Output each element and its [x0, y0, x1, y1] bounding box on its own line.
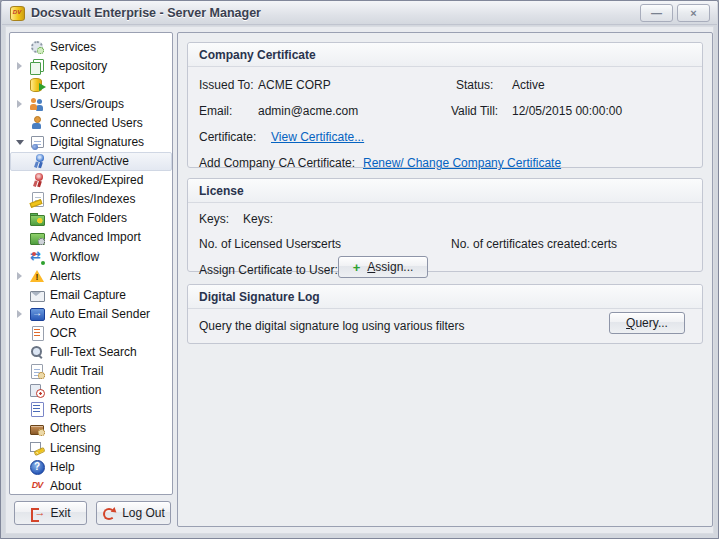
services-icon — [29, 39, 45, 55]
expander-none — [15, 481, 25, 491]
issued-to-label: Issued To: — [199, 78, 258, 92]
expander-collapsed-icon[interactable] — [15, 99, 25, 109]
digital-signature-log-panel: Digital Signature Log Query the digital … — [187, 284, 703, 344]
ribbon-red-icon — [31, 172, 47, 188]
sidebar-item-profiles-indexes[interactable]: Profiles/Indexes — [10, 190, 172, 209]
licensing-icon — [29, 440, 45, 456]
status-value: Active — [512, 78, 545, 92]
sidebar-item-alerts[interactable]: Alerts — [10, 266, 172, 285]
workflow-icon — [29, 249, 45, 265]
sidebar-item-licensing[interactable]: Licensing — [10, 438, 172, 457]
expander-collapsed-icon[interactable] — [15, 271, 25, 281]
sidebar-item-repository[interactable]: Repository — [10, 56, 172, 75]
renew-change-certificate-link[interactable]: Renew/ Change Company Certificate — [363, 156, 561, 170]
logout-button[interactable]: Log Out — [96, 501, 171, 525]
expander-collapsed-icon[interactable] — [15, 309, 25, 319]
connected-users-icon — [29, 115, 45, 131]
plus-icon: + — [353, 261, 361, 274]
sidebar-item-workflow[interactable]: Workflow — [10, 247, 172, 266]
expander-none — [15, 42, 25, 52]
panel-title: Company Certificate — [188, 43, 702, 67]
advanced-import-icon — [29, 229, 45, 245]
repository-icon — [29, 58, 45, 74]
sidebar-item-users-groups[interactable]: Users/Groups — [10, 94, 172, 113]
navigation-tree: Services Repository Export Users/Groups … — [10, 33, 172, 495]
expander-none — [15, 80, 25, 90]
expander-none — [15, 328, 25, 338]
sidebar-item-audit-trail[interactable]: Audit Trail — [10, 362, 172, 381]
expander-none — [15, 232, 25, 242]
sidebar-item-export[interactable]: Export — [10, 75, 172, 94]
retention-icon — [29, 382, 45, 398]
expander-expanded-icon[interactable] — [15, 137, 25, 147]
sidebar-item-retention[interactable]: Retention — [10, 381, 172, 400]
sidebar: Services Repository Export Users/Groups … — [9, 32, 173, 495]
expander-none — [15, 290, 25, 300]
digital-signatures-icon — [29, 134, 45, 150]
query-button[interactable]: Query... — [609, 312, 685, 334]
minimize-button[interactable]: — — [640, 4, 673, 22]
users-groups-icon — [29, 96, 45, 112]
title-bar: Docsvault Enterprise - Server Manager — … — [2, 1, 717, 25]
auto-email-sender-icon — [29, 306, 45, 322]
watch-folders-icon — [29, 210, 45, 226]
sidebar-item-auto-email-sender[interactable]: Auto Email Sender — [10, 304, 172, 323]
expander-none — [15, 385, 25, 395]
panel-title: License — [188, 179, 702, 203]
exit-button[interactable]: Exit — [14, 501, 87, 525]
sidebar-item-current-active[interactable]: Current/Active — [10, 152, 172, 171]
sidebar-item-ocr[interactable]: OCR — [10, 323, 172, 342]
licensed-users-value: certs — [315, 237, 341, 251]
expander-collapsed-icon[interactable] — [15, 61, 25, 71]
view-certificate-link[interactable]: View Certificate... — [271, 130, 364, 144]
assign-button[interactable]: + Assign... — [338, 256, 428, 278]
email-capture-icon — [29, 287, 45, 303]
sidebar-item-full-text-search[interactable]: Full-Text Search — [10, 343, 172, 362]
client-area: Services Repository Export Users/Groups … — [5, 26, 714, 534]
audit-trail-icon — [29, 363, 45, 379]
query-description: Query the digital signature log using va… — [199, 319, 464, 333]
exit-icon — [30, 506, 44, 520]
window-title: Docsvault Enterprise - Server Manager — [31, 6, 261, 20]
email-label: Email: — [199, 104, 258, 118]
expander-none — [15, 118, 25, 128]
help-icon — [29, 459, 45, 475]
expander-none — [15, 366, 25, 376]
sidebar-item-help[interactable]: Help — [10, 457, 172, 476]
sidebar-item-digital-signatures[interactable]: Digital Signatures — [10, 132, 172, 151]
sidebar-item-services[interactable]: Services — [10, 37, 172, 56]
sidebar-item-about[interactable]: About — [10, 476, 172, 495]
expander-none — [15, 347, 25, 357]
email-value: admin@acme.com — [258, 104, 358, 118]
panel-title: Digital Signature Log — [188, 285, 702, 309]
app-icon — [9, 5, 25, 21]
expander-none — [15, 194, 25, 204]
export-icon — [29, 77, 45, 93]
main-content: Company Certificate Issued To: ACME CORP… — [177, 32, 713, 527]
add-ca-certificate-label: Add Company CA Certificate: — [199, 156, 363, 170]
sidebar-item-revoked-expired[interactable]: Revoked/Expired — [10, 171, 172, 190]
company-certificate-panel: Company Certificate Issued To: ACME CORP… — [187, 42, 703, 168]
sidebar-item-connected-users[interactable]: Connected Users — [10, 113, 172, 132]
sidebar-item-email-capture[interactable]: Email Capture — [10, 285, 172, 304]
expander-none — [15, 443, 25, 453]
certificates-created-label: No. of certificates created: — [451, 237, 591, 251]
expander-none — [15, 423, 25, 433]
close-button[interactable]: × — [677, 4, 710, 22]
expander-none — [15, 404, 25, 414]
sidebar-item-advanced-import[interactable]: Advanced Import — [10, 228, 172, 247]
valid-till-value: 12/05/2015 00:00:00 — [512, 104, 622, 118]
about-icon — [29, 478, 45, 494]
keys-value: Keys: — [243, 212, 273, 226]
expander-none — [15, 252, 25, 262]
sidebar-item-reports[interactable]: Reports — [10, 400, 172, 419]
expander-none — [15, 462, 25, 472]
assign-certificate-label: Assign Certificate to User: — [199, 263, 349, 277]
expander-none — [15, 213, 25, 223]
sidebar-item-watch-folders[interactable]: Watch Folders — [10, 209, 172, 228]
full-text-search-icon — [29, 344, 45, 360]
valid-till-label: Valid Till: — [451, 104, 512, 118]
sidebar-item-others[interactable]: Others — [10, 419, 172, 438]
profiles-indexes-icon — [29, 191, 45, 207]
certificates-created-value: certs — [591, 237, 617, 251]
